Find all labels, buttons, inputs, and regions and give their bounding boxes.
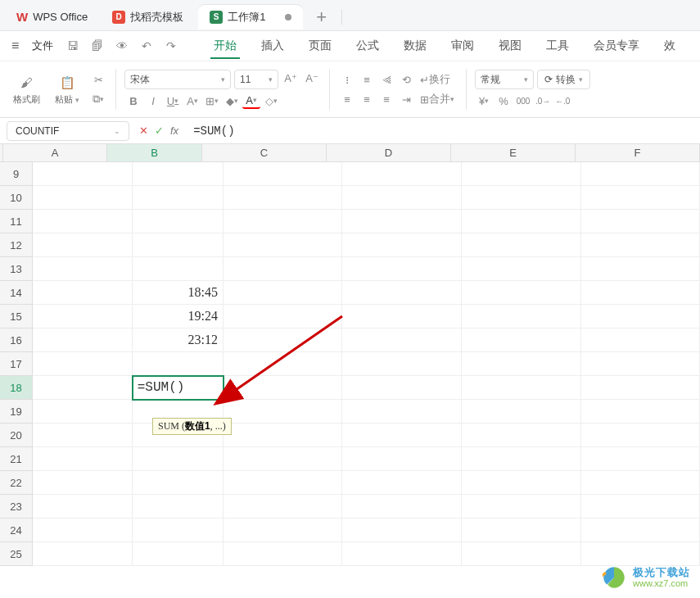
cell-D19[interactable] bbox=[342, 400, 462, 424]
cell-B14[interactable]: 18:45 bbox=[133, 281, 224, 305]
cell-F9[interactable] bbox=[581, 162, 701, 186]
cell-B22[interactable] bbox=[133, 471, 224, 495]
cell-F13[interactable] bbox=[581, 257, 701, 281]
row-header-17[interactable]: 17 bbox=[0, 352, 33, 376]
row-header-18[interactable]: 18 bbox=[0, 376, 33, 400]
align-left-icon[interactable]: ≡ bbox=[338, 91, 356, 107]
cell-C17[interactable] bbox=[224, 352, 343, 376]
redo-icon[interactable]: ↷ bbox=[160, 34, 183, 57]
orientation-icon[interactable]: ⟲ bbox=[397, 71, 415, 88]
cell-D17[interactable] bbox=[342, 352, 462, 376]
row-header-20[interactable]: 20 bbox=[0, 424, 33, 447]
indent-icon[interactable]: ⇥ bbox=[397, 91, 415, 107]
cell-D21[interactable] bbox=[342, 447, 462, 471]
convert-button[interactable]: ⟳转换▾ bbox=[537, 70, 590, 89]
cell-E17[interactable] bbox=[462, 352, 581, 376]
percent-icon[interactable]: % bbox=[495, 93, 513, 109]
cell-E16[interactable] bbox=[462, 328, 581, 352]
row-header-25[interactable]: 25 bbox=[0, 542, 33, 566]
fill-color-icon[interactable]: ◆▾ bbox=[223, 93, 241, 109]
cell-E23[interactable] bbox=[462, 495, 581, 519]
cell-B17[interactable] bbox=[133, 352, 224, 376]
align-middle-icon[interactable]: ≡ bbox=[358, 71, 376, 88]
cell-F20[interactable] bbox=[581, 424, 701, 447]
cell-E25[interactable] bbox=[462, 542, 581, 566]
cell-A10[interactable] bbox=[33, 186, 133, 210]
cell-F22[interactable] bbox=[581, 471, 701, 495]
tab-efficiency[interactable]: 效 bbox=[653, 34, 687, 58]
confirm-formula-icon[interactable]: ✓ bbox=[155, 125, 164, 137]
cell-D25[interactable] bbox=[342, 542, 462, 566]
cell-A25[interactable] bbox=[33, 542, 133, 566]
cell-A14[interactable] bbox=[33, 281, 133, 305]
cell-E11[interactable] bbox=[462, 210, 581, 233]
number-format-select[interactable]: 常规▾ bbox=[475, 70, 534, 89]
increase-decimal-icon[interactable]: .0→ bbox=[534, 93, 552, 109]
print-icon[interactable]: 🗐 bbox=[86, 34, 109, 57]
cell-D12[interactable] bbox=[342, 233, 462, 257]
copy-icon[interactable]: ⧉▾ bbox=[89, 91, 107, 107]
cell-C20[interactable] bbox=[224, 424, 343, 447]
row-header-24[interactable]: 24 bbox=[0, 519, 33, 542]
app-tab-wps[interactable]: W WPS Office bbox=[7, 5, 97, 29]
cell-F25[interactable] bbox=[581, 542, 701, 566]
cell-F11[interactable] bbox=[581, 210, 701, 233]
cell-B13[interactable] bbox=[133, 257, 224, 281]
clear-format-icon[interactable]: ◇▾ bbox=[262, 93, 280, 109]
add-tab-button[interactable]: + bbox=[308, 7, 335, 28]
cell-D20[interactable] bbox=[342, 424, 462, 447]
cell-E22[interactable] bbox=[462, 471, 581, 495]
cell-F10[interactable] bbox=[581, 186, 701, 210]
cell-C13[interactable] bbox=[224, 257, 343, 281]
underline-icon[interactable]: U▾ bbox=[164, 93, 182, 109]
tab-review[interactable]: 审阅 bbox=[440, 34, 485, 58]
cell-C22[interactable] bbox=[224, 471, 343, 495]
tab-page[interactable]: 页面 bbox=[297, 34, 343, 58]
tab-insert[interactable]: 插入 bbox=[250, 34, 296, 58]
cell-D10[interactable] bbox=[342, 186, 462, 210]
cell-D24[interactable] bbox=[342, 519, 462, 542]
cell-D15[interactable] bbox=[342, 305, 462, 328]
strike-icon[interactable]: A▾ bbox=[183, 93, 201, 109]
align-bottom-icon[interactable]: ⫷ bbox=[377, 71, 395, 88]
cell-A13[interactable] bbox=[33, 257, 133, 281]
cell-B18[interactable]: =SUM() bbox=[133, 376, 224, 400]
preview-icon[interactable]: 👁 bbox=[111, 34, 133, 57]
cell-E21[interactable] bbox=[462, 447, 581, 471]
italic-icon[interactable]: I bbox=[144, 93, 162, 109]
cell-E9[interactable] bbox=[462, 162, 581, 186]
cell-E18[interactable] bbox=[462, 376, 581, 400]
cell-D23[interactable] bbox=[342, 495, 462, 519]
cell-A21[interactable] bbox=[33, 447, 133, 471]
font-name-select[interactable]: 宋体▾ bbox=[124, 70, 231, 89]
cell-F23[interactable] bbox=[581, 495, 701, 519]
cell-F17[interactable] bbox=[581, 352, 701, 376]
cell-B21[interactable] bbox=[133, 447, 224, 471]
cell-F19[interactable] bbox=[581, 400, 701, 424]
cell-E24[interactable] bbox=[462, 519, 581, 542]
app-tab-workbook[interactable]: S 工作簿1 bbox=[198, 5, 303, 29]
cell-D22[interactable] bbox=[342, 471, 462, 495]
row-header-11[interactable]: 11 bbox=[0, 210, 33, 233]
cell-E12[interactable] bbox=[462, 233, 581, 257]
cell-C16[interactable] bbox=[224, 328, 343, 352]
border-icon[interactable]: ⊞▾ bbox=[203, 93, 221, 109]
cell-F12[interactable] bbox=[581, 233, 701, 257]
row-header-12[interactable]: 12 bbox=[0, 233, 33, 257]
save-icon[interactable]: 🖫 bbox=[61, 34, 84, 57]
wrap-text-button[interactable]: ↵换行 bbox=[417, 71, 454, 88]
cell-A23[interactable] bbox=[33, 495, 133, 519]
app-tab-template[interactable]: D 找稻壳模板 bbox=[102, 5, 193, 29]
align-right-icon[interactable]: ≡ bbox=[377, 91, 395, 107]
cell-C14[interactable] bbox=[224, 281, 343, 305]
cell-F14[interactable] bbox=[581, 281, 701, 305]
row-header-22[interactable]: 22 bbox=[0, 471, 33, 495]
cell-A16[interactable] bbox=[33, 328, 133, 352]
cell-A11[interactable] bbox=[33, 210, 133, 233]
cell-C15[interactable] bbox=[224, 305, 343, 328]
formula-input[interactable]: =SUM() bbox=[188, 125, 693, 138]
increase-font-icon[interactable]: A⁺ bbox=[282, 70, 300, 86]
font-color-icon[interactable]: A▾ bbox=[242, 93, 260, 109]
column-header-F[interactable]: F bbox=[576, 144, 700, 162]
cell-F18[interactable] bbox=[581, 376, 701, 400]
